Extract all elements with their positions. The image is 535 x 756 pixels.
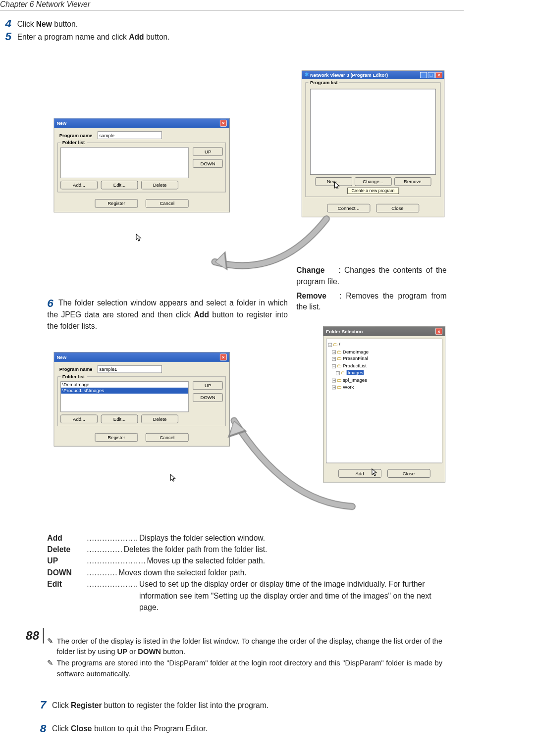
func-add-term: Add [47,532,86,544]
close-icon[interactable]: × [435,72,442,78]
down-button[interactable]: DOWN [193,393,223,402]
folder-icon: 🗀 [337,377,342,382]
step-7-pre: Click [52,701,71,709]
desc-remove: Remove : Removes the program from the li… [296,290,446,312]
new2-title: New [56,354,66,359]
folder-icon: 🗀 [337,384,342,389]
edit-button[interactable]: Edit... [101,415,138,423]
close-icon[interactable]: × [220,353,227,360]
step-4: 4 Click New button. [5,18,464,29]
register-button[interactable]: Register [95,199,138,207]
svg-marker-2 [228,421,247,438]
pencil-icon: ✎ [47,658,53,679]
step-7: 7 Click Register button to register the … [40,699,427,710]
note-1-d: DOWN [138,648,161,655]
step-5: 5 Enter a program name and click Add but… [5,31,464,42]
folder-icon: 🗀 [337,363,342,368]
step-4-pre: Click [17,20,36,28]
func-up-term: UP [47,555,86,567]
folder-icon: 🗀 [337,356,342,361]
close-icon[interactable]: × [435,328,442,335]
new-dialog-1: New × Program name Folder list UP DOWN A… [54,118,229,212]
new1-program-name-input[interactable] [98,131,162,139]
step-5-num: 5 [5,31,14,42]
step-8-pre: Click [52,724,71,733]
func-delete-term: Delete [47,544,86,555]
program-editor-window: ✱ Network Viewer 3 (Program Editor) _ □ … [302,70,445,217]
svg-marker-3 [230,421,244,435]
func-edit-def: Used to set up the display order or disp… [139,579,442,613]
down-button[interactable]: DOWN [193,159,223,168]
new1-program-name-label: Program name [59,133,93,138]
folder-tree[interactable]: -🗀 / +🗀 DemoImage +🗀 PresenFinal -🗀 Prod… [326,339,442,463]
step-6-bold: Add [194,310,209,319]
new2-folderlist-label: Folder list [60,374,87,379]
close-icon[interactable]: × [220,120,227,127]
folder-sel-titlebar[interactable]: Folder Selection × [323,327,445,336]
tree-node-demoimage[interactable]: DemoImage [343,349,369,353]
new2-folderlist-box[interactable]: \DemoImage \ProductList\Images [60,381,188,412]
note-1-c: or [127,648,138,655]
folder-sel-title: Folder Selection [326,329,363,334]
func-edit-term: Edit [47,579,86,613]
tree-node-images[interactable]: Images [347,370,364,375]
register-button[interactable]: Register [95,433,138,442]
delete-button[interactable]: Delete [141,415,178,423]
close-button[interactable]: Close [387,469,430,478]
tree-node-presenfinal[interactable]: PresenFinal [343,356,368,361]
add-button[interactable]: Add... [60,181,98,189]
list-item[interactable]: \ProductList\Images [61,388,188,394]
chapter-header: Chapter 6 Network Viewer [0,0,464,10]
svg-marker-1 [215,253,226,269]
tooltip-create-program: Create a new program [347,188,399,194]
notes-block: ✎ The order of the display is listed in … [47,635,442,680]
new1-folderlist-box[interactable] [60,147,188,178]
connect-button[interactable]: Connect... [327,204,370,212]
new2-titlebar[interactable]: New × [54,353,229,362]
change-button[interactable]: Change... [355,177,392,186]
prog-editor-titlebar[interactable]: ✱ Network Viewer 3 (Program Editor) _ □ … [302,71,444,79]
edit-button[interactable]: Edit... [101,181,138,189]
note-1-a: The order of the display is listed in th… [56,637,442,656]
desc-change: Change : Changes the contents of the pro… [296,265,446,287]
new1-titlebar[interactable]: New × [54,118,229,128]
note-1-b: UP [117,648,127,655]
add-button[interactable]: Add [338,469,381,478]
step-8-text: Click Close button to quit the Program E… [52,723,208,734]
cursor-icon [136,234,142,242]
minimize-icon[interactable]: _ [420,72,427,78]
remove-button[interactable]: Remove [394,177,431,186]
new-dialog-2: New × Program name Folder list \DemoImag… [54,352,229,447]
maximize-icon[interactable]: □ [428,72,435,78]
step-6-num: 6 [47,298,56,309]
app-icon: ✱ [305,72,309,78]
tree-node-productlist[interactable]: ProductList [343,363,367,368]
tree-root[interactable]: / [339,342,340,347]
prog-editor-programlist-box[interactable] [310,89,436,174]
step-8: 8 Click Close button to quit the Program… [40,723,427,734]
folder-icon: 🗀 [337,349,342,353]
tree-node-work[interactable]: Work [343,384,354,389]
cancel-button[interactable]: Cancel [146,433,189,442]
func-delete-def: Deletes the folder path from the folder … [124,544,442,555]
list-item[interactable]: \DemoImage [61,382,188,388]
cancel-button[interactable]: Cancel [146,199,189,207]
add-button[interactable]: Add... [60,415,98,423]
step-8-num: 8 [40,723,50,734]
new-button[interactable]: New... [315,177,352,186]
tree-node-spl-images[interactable]: spl_Images [343,377,367,382]
new1-folderlist-label: Folder list [60,140,87,145]
step-5-text: Enter a program name and click Add butto… [17,31,170,42]
note-1: The order of the display is listed in th… [56,636,442,657]
up-button[interactable]: UP [193,147,223,155]
up-button[interactable]: UP [193,381,223,390]
step-5-pre: Enter a program name and click [17,33,129,41]
step-8-post: button to quit the Program Editor. [92,724,208,733]
new2-program-name-input[interactable] [98,365,162,373]
prog-editor-programlist-label: Program list [309,80,340,85]
close-button[interactable]: Close [376,204,419,212]
delete-button[interactable]: Delete [141,181,178,189]
step-7-text: Click Register button to register the fo… [52,699,268,710]
folder-selection-window: Folder Selection × -🗀 / +🗀 DemoImage +🗀 … [323,326,445,483]
function-definitions: Add....................Displays the fold… [47,532,442,613]
